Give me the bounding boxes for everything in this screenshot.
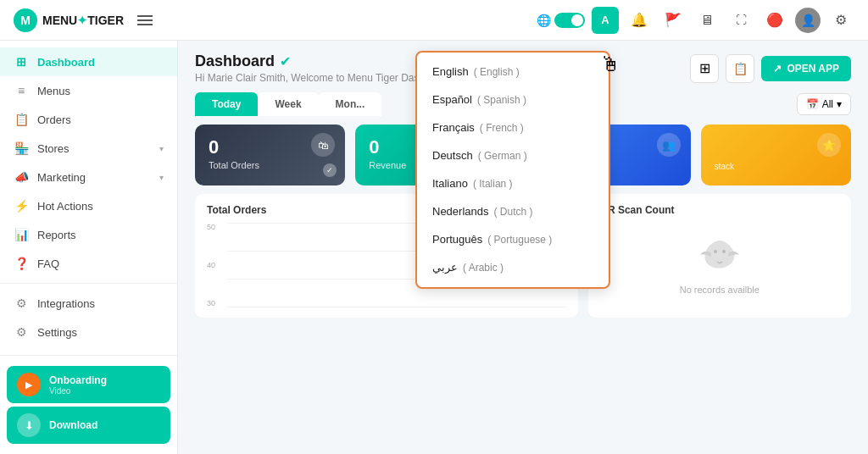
- lang-option-dutch[interactable]: Nederlands ( Dutch ): [417, 197, 609, 225]
- lang-option-german[interactable]: Deutsch ( German ): [417, 141, 609, 169]
- globe-icon: 🌐: [537, 14, 551, 27]
- app-name: MENU✦TIGER: [42, 14, 124, 27]
- translate-button[interactable]: A: [592, 7, 619, 34]
- lang-native-spanish: ( Spanish ): [477, 94, 526, 106]
- monitor-button[interactable]: 🖥: [693, 7, 721, 34]
- language-toggle[interactable]: [554, 13, 585, 28]
- lang-native-english: ( English ): [474, 66, 520, 78]
- lang-option-italian[interactable]: Italiano ( Italian ): [417, 169, 609, 197]
- lang-option-french[interactable]: Français ( French ): [417, 114, 609, 141]
- lang-option-english[interactable]: English ( English ): [417, 58, 609, 86]
- lang-native-german: ( German ): [478, 150, 527, 162]
- lang-name-italian: Italiano: [432, 177, 468, 190]
- expand-button[interactable]: ⛶: [727, 7, 754, 34]
- lang-native-dutch: ( Dutch ): [494, 206, 533, 218]
- lang-native-portuguese: ( Portuguese ): [487, 234, 552, 246]
- lang-native-arabic: ( Arabic ): [463, 262, 504, 274]
- flag-button[interactable]: 🚩: [659, 7, 687, 34]
- lang-name-portuguese: Português: [432, 233, 482, 246]
- lang-name-dutch: Nederlands: [432, 205, 489, 218]
- lang-name-spanish: Español: [432, 93, 472, 106]
- lang-name-arabic: عربي: [432, 261, 458, 274]
- lang-name-english: English: [432, 65, 469, 78]
- language-dropdown-overlay: English ( English ) Español ( Spanish ) …: [0, 41, 868, 454]
- topbar: M MENU✦TIGER 🌐 A 🔔 🚩 🖥 ⛶ 🔴 👤 ⚙: [0, 0, 868, 41]
- user-avatar[interactable]: 👤: [795, 8, 821, 33]
- lang-native-french: ( French ): [480, 122, 524, 134]
- lang-native-italian: ( Italian ): [473, 178, 513, 190]
- hamburger-menu[interactable]: [137, 15, 153, 25]
- app-logo: M MENU✦TIGER: [14, 8, 124, 32]
- settings-button[interactable]: ⚙: [827, 7, 854, 34]
- notification-badge-button[interactable]: 🔴: [761, 7, 788, 34]
- lang-name-french: Français: [432, 121, 475, 134]
- topbar-right: 🌐 A 🔔 🚩 🖥 ⛶ 🔴 👤 ⚙: [537, 7, 854, 34]
- notification-button[interactable]: 🔔: [626, 7, 653, 34]
- lang-option-arabic[interactable]: عربي ( Arabic ): [417, 253, 609, 282]
- logo-icon: M: [14, 8, 37, 32]
- language-dropdown[interactable]: English ( English ) Español ( Spanish ) …: [415, 51, 610, 289]
- toggle-wrap: 🌐: [537, 13, 585, 28]
- lang-option-spanish[interactable]: Español ( Spanish ): [417, 86, 609, 114]
- lang-option-portuguese[interactable]: Português ( Portuguese ): [417, 225, 609, 253]
- lang-name-german: Deutsch: [432, 149, 473, 162]
